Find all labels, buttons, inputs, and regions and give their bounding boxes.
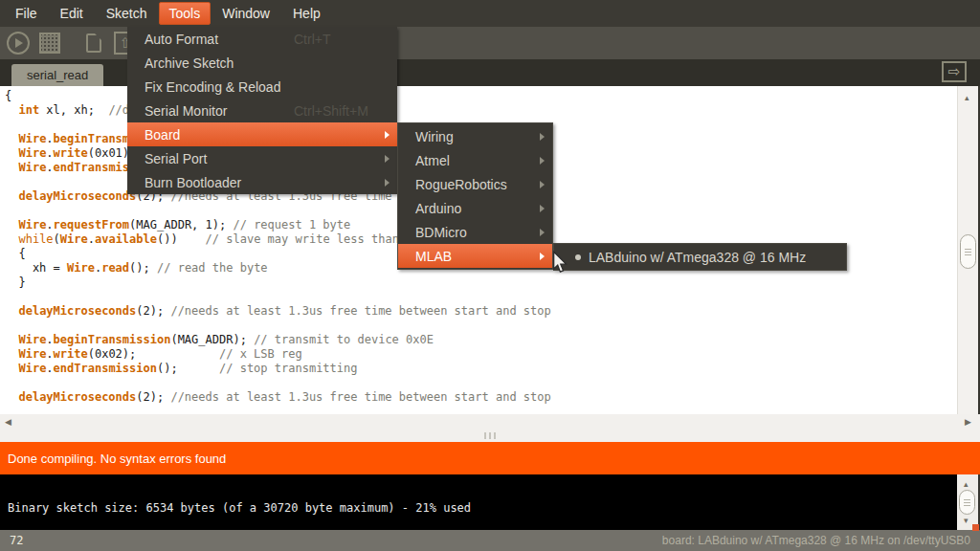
menu-item-burn-bootloader[interactable]: Burn Bootloader: [127, 170, 397, 194]
submenu-arrow-icon: [540, 157, 545, 165]
menu-item-serial-monitor[interactable]: Serial Monitor Ctrl+Shift+M: [127, 99, 397, 122]
menu-item-label: Atmel: [415, 153, 450, 168]
menu-help[interactable]: Help: [281, 0, 332, 27]
console-scroll-down-icon[interactable]: ▾: [964, 517, 969, 525]
submenu-arrow-icon: [385, 131, 390, 139]
selected-board-radio-icon: [575, 254, 581, 260]
menu-item-label: Auto Format: [145, 32, 218, 47]
submenu-arrow-icon: [540, 133, 545, 141]
menu-sketch[interactable]: Sketch: [95, 0, 159, 27]
console-output: Binary sketch size: 6534 bytes (of a 307…: [0, 474, 957, 530]
menu-bar: File Edit Sketch Tools Window Help: [0, 0, 980, 27]
menu-item-label: Board: [145, 127, 180, 143]
new-file-icon: [86, 33, 101, 53]
board-item-arduino[interactable]: Arduino: [398, 196, 552, 220]
menu-item-auto-format[interactable]: Auto Format Ctrl+T: [127, 27, 397, 51]
scroll-left-icon[interactable]: ◀: [5, 418, 11, 427]
submenu-arrow-icon: [540, 253, 545, 260]
compile-status-bar: Done compiling. No syntax errors found: [0, 442, 980, 474]
menu-item-label: Burn Bootloader: [145, 175, 241, 190]
submenu-arrow-icon: [385, 155, 390, 163]
board-submenu: Wiring Atmel RogueRobotics Arduino BDMic…: [397, 122, 553, 270]
new-sketch-button[interactable]: [81, 31, 106, 55]
tab-serial-read[interactable]: serial_read: [11, 64, 103, 86]
board-item-mlab[interactable]: MLAB: [398, 244, 552, 268]
editor-scrollbar-thumb[interactable]: [960, 234, 976, 269]
submenu-arrow-icon: [540, 181, 545, 188]
console-message: Binary sketch size: 6534 bytes (of a 307…: [8, 501, 471, 515]
line-number: 72: [10, 534, 23, 547]
compile-status-message: Done compiling. No syntax errors found: [8, 452, 226, 466]
menu-tools[interactable]: Tools: [159, 2, 212, 25]
board-item-bdmicro[interactable]: BDMicro: [398, 220, 552, 244]
tab-menu-button[interactable]: ⇨: [942, 61, 967, 82]
menu-item-label: MLAB: [415, 249, 452, 264]
menu-item-label: Fix Encoding & Reload: [145, 79, 280, 95]
tools-dropdown-menu: Auto Format Ctrl+T Archive Sketch Fix En…: [127, 27, 397, 194]
menu-item-fix-encoding[interactable]: Fix Encoding & Reload: [127, 75, 397, 99]
editor-horizontal-scrollbar[interactable]: ◀ ▶: [0, 414, 980, 442]
menu-shortcut: Ctrl+T: [294, 32, 331, 47]
board-item-wiring[interactable]: Wiring: [398, 124, 552, 148]
menu-item-label: Serial Port: [145, 151, 207, 166]
submenu-arrow-icon: [385, 179, 390, 187]
menu-item-label: RogueRobotics: [415, 177, 507, 192]
menu-file[interactable]: File: [4, 0, 49, 27]
console-scrollbar-thumb[interactable]: [959, 490, 975, 515]
submenu-arrow-icon: [540, 229, 545, 236]
board-item-labduino[interactable]: LABduino w/ ATmega328 @ 16 MHz: [554, 244, 846, 270]
mlab-submenu: LABduino w/ ATmega328 @ 16 MHz: [553, 243, 847, 271]
console-vertical-scrollbar[interactable]: ▴ ▾: [957, 474, 980, 530]
menu-item-serial-port[interactable]: Serial Port: [127, 146, 397, 170]
editor-vertical-scrollbar[interactable]: ▴: [957, 86, 980, 414]
scrollbar-grip-icon: [964, 502, 970, 503]
board-item-roguerobotics[interactable]: RogueRobotics: [398, 172, 552, 196]
console-splitter-handle[interactable]: [484, 432, 496, 439]
stop-button[interactable]: [37, 31, 62, 55]
menu-window[interactable]: Window: [211, 0, 281, 27]
menu-edit[interactable]: Edit: [49, 0, 95, 27]
menu-item-label: Arduino: [415, 201, 461, 216]
menu-item-board[interactable]: Board: [127, 122, 397, 146]
menu-item-label: Archive Sketch: [145, 55, 234, 71]
corner-accent: [972, 524, 979, 531]
menu-item-label: BDMicro: [415, 225, 467, 240]
menu-item-label: Wiring: [415, 129, 454, 144]
menu-item-label: Serial Monitor: [145, 103, 227, 119]
status-footer: 72 board: LABduino w/ ATmega328 @ 16 MHz…: [0, 530, 980, 551]
verify-button[interactable]: [6, 31, 31, 55]
board-info: board: LABduino w/ ATmega328 @ 16 MHz on…: [662, 534, 970, 547]
tab-menu-arrow-icon: ⇨: [948, 63, 961, 80]
submenu-arrow-icon: [540, 205, 545, 212]
scroll-right-icon[interactable]: ▶: [965, 418, 971, 427]
menu-item-label: LABduino w/ ATmega328 @ 16 MHz: [589, 250, 806, 265]
board-item-atmel[interactable]: Atmel: [398, 148, 552, 172]
stop-icon: [39, 33, 60, 54]
scrollbar-grip-icon: [965, 252, 971, 253]
menu-item-archive-sketch[interactable]: Archive Sketch: [127, 51, 397, 75]
console-scroll-up-icon[interactable]: ▴: [964, 480, 969, 489]
menu-shortcut: Ctrl+Shift+M: [294, 103, 368, 119]
mouse-cursor-icon: [551, 251, 568, 274]
scroll-up-icon[interactable]: ▴: [965, 94, 969, 102]
verify-play-icon: [7, 32, 30, 55]
